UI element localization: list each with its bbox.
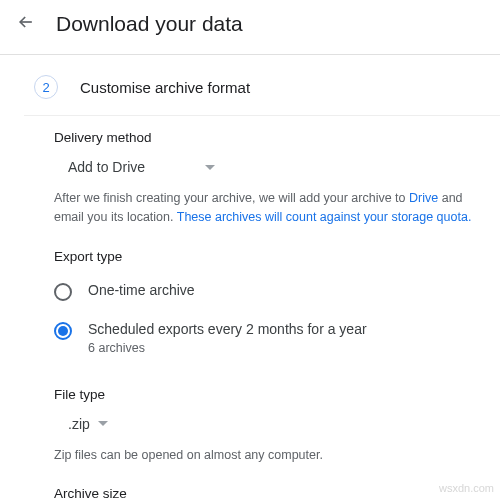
step-header[interactable]: 2 Customise archive format: [0, 55, 500, 115]
step-number-badge: 2: [34, 75, 58, 99]
export-section: Export type One-time archive Scheduled e…: [0, 227, 500, 365]
delivery-dropdown[interactable]: Add to Drive: [54, 149, 229, 185]
delivery-section: Delivery method Add to Drive After we fi…: [0, 116, 500, 227]
radio-icon-checked: [54, 322, 72, 340]
filetype-section: File type .zip Zip files can be opened o…: [0, 365, 500, 465]
chevron-down-icon: [205, 165, 215, 170]
filetype-selected: .zip: [68, 416, 90, 432]
delivery-selected: Add to Drive: [68, 159, 145, 175]
archivesize-label: Archive size: [54, 486, 476, 500]
export-option-onetime[interactable]: One-time archive: [54, 272, 476, 311]
chevron-down-icon: [98, 421, 108, 426]
filetype-dropdown[interactable]: .zip: [54, 406, 122, 442]
archivesize-section: Archive size 2GB: [0, 464, 500, 500]
export-label: Export type: [54, 249, 476, 264]
export-option-scheduled[interactable]: Scheduled exports every 2 months for a y…: [54, 311, 476, 365]
filetype-label: File type: [54, 387, 476, 402]
storage-quota-link[interactable]: These archives will count against your s…: [177, 210, 472, 224]
export-option-label: One-time archive: [88, 282, 195, 298]
watermark: wsxdn.com: [439, 482, 494, 494]
drive-link[interactable]: Drive: [409, 191, 438, 205]
page-title: Download your data: [56, 12, 243, 36]
back-arrow-icon[interactable]: [16, 12, 36, 36]
delivery-helper: After we finish creating your archive, w…: [54, 189, 476, 227]
step-title: Customise archive format: [80, 79, 250, 96]
export-option-label: Scheduled exports every 2 months for a y…: [88, 321, 367, 337]
filetype-helper: Zip files can be opened on almost any co…: [54, 446, 476, 465]
export-option-sublabel: 6 archives: [88, 341, 367, 355]
radio-icon: [54, 283, 72, 301]
delivery-label: Delivery method: [54, 130, 476, 145]
